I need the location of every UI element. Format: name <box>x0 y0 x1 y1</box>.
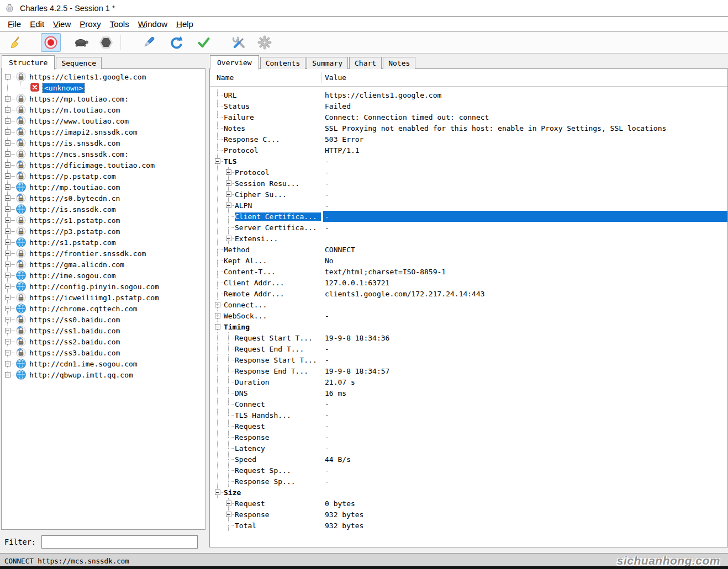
tree-item[interactable]: https://ss0.baidu.com <box>2 314 205 325</box>
expand-toggle[interactable] <box>5 262 10 267</box>
expand-toggle[interactable] <box>5 107 10 113</box>
expand-toggle[interactable] <box>5 350 10 355</box>
expand-toggle[interactable] <box>5 284 10 289</box>
expand-toggle[interactable] <box>5 162 10 168</box>
expand-toggle[interactable] <box>226 169 231 175</box>
overview-row[interactable]: Protocol- <box>210 167 727 178</box>
overview-row[interactable]: MethodCONNECT <box>210 244 727 255</box>
overview-row[interactable]: Client Certifica...- <box>210 211 727 222</box>
overview-row[interactable]: Request0 bytes <box>210 498 727 509</box>
expand-toggle[interactable] <box>226 512 231 517</box>
expand-toggle[interactable] <box>5 129 10 135</box>
expand-toggle[interactable] <box>215 490 220 495</box>
tab-overview[interactable]: Overview <box>210 55 259 70</box>
tree-item[interactable]: http://cdn1.ime.sogou.com <box>2 358 205 369</box>
overview-row[interactable]: DNS16 ms <box>210 387 727 398</box>
refresh-button[interactable] <box>166 33 186 52</box>
tab-chart[interactable]: Chart <box>349 57 382 69</box>
overview-row[interactable]: Speed44 B/s <box>210 454 727 465</box>
tree-item[interactable]: https://imapi2.snssdk.com <box>2 126 205 137</box>
overview-row[interactable]: Response932 bytes <box>210 509 727 520</box>
expand-toggle[interactable] <box>5 206 10 212</box>
tree-item[interactable]: http://mp.toutiao.com <box>2 182 205 193</box>
tab-sequence[interactable]: Sequence <box>56 57 102 69</box>
expand-toggle[interactable] <box>5 251 10 256</box>
overview-row[interactable]: Server Certifica...- <box>210 222 727 233</box>
expand-toggle[interactable] <box>5 328 10 333</box>
expand-toggle[interactable] <box>5 173 10 179</box>
expand-toggle[interactable] <box>5 96 10 102</box>
record-button[interactable] <box>41 33 61 52</box>
overview-row[interactable]: Latency- <box>210 443 727 454</box>
overview-row[interactable]: Request End T...- <box>210 343 727 354</box>
expand-toggle[interactable] <box>226 236 231 241</box>
overview-row[interactable]: URLhttps://clients1.google.com <box>210 89 727 100</box>
expand-toggle[interactable] <box>5 217 10 223</box>
tree-item[interactable]: https://s0.bytecdn.cn <box>2 193 205 204</box>
turtle-button[interactable] <box>72 33 92 52</box>
tree-item[interactable]: http://s1.pstatp.com <box>2 237 205 248</box>
host-tree[interactable]: https://clients1.google.com<unknown>http… <box>1 68 205 530</box>
menu-file[interactable]: File <box>8 19 21 29</box>
expand-toggle[interactable] <box>226 192 231 197</box>
tree-item[interactable]: https://mp.toutiao.com: <box>2 93 205 104</box>
overview-row[interactable]: WebSock...- <box>210 310 727 321</box>
pen-button[interactable] <box>139 33 159 52</box>
overview-row[interactable]: Size <box>210 487 727 498</box>
overview-row[interactable]: Duration21.07 s <box>210 376 727 387</box>
tree-item[interactable]: https://frontier.snssdk.com <box>2 248 205 259</box>
expand-toggle[interactable] <box>5 228 10 234</box>
overview-row[interactable]: FailureConnect: Connection timed out: co… <box>210 111 727 123</box>
tree-item[interactable]: https://ss3.baidu.com <box>2 347 205 358</box>
tree-item[interactable]: https://www.toutiao.com <box>2 115 205 126</box>
tree-item[interactable]: http://config.pinyin.sogou.com <box>2 281 205 292</box>
overview-row[interactable]: NotesSSL Proxying not enabled for this h… <box>210 123 727 134</box>
tree-item[interactable]: https://ss2.baidu.com <box>2 336 205 347</box>
menu-tools[interactable]: Tools <box>110 19 129 29</box>
overview-row[interactable]: Kept Al...No <box>210 255 727 266</box>
expand-toggle[interactable] <box>5 317 10 322</box>
menu-proxy[interactable]: Proxy <box>80 19 101 29</box>
overview-row[interactable]: Response Sp...- <box>210 476 727 487</box>
expand-toggle[interactable] <box>5 273 10 278</box>
menu-edit[interactable]: Edit <box>30 19 44 29</box>
tree-item[interactable]: https://mcs.snssdk.com: <box>2 148 205 159</box>
expand-toggle[interactable] <box>5 240 10 245</box>
expand-toggle[interactable] <box>5 74 10 79</box>
tree-item[interactable]: https://gma.alicdn.com <box>2 259 205 270</box>
overview-row[interactable]: Response End T...19-9-8 18:34:57 <box>210 365 727 376</box>
overview-row[interactable]: Content-T...text/html;charset=ISO-8859-1 <box>210 266 727 277</box>
tree-item[interactable]: https://dficimage.toutiao.com <box>2 159 205 171</box>
column-header-value[interactable]: Value <box>321 73 346 82</box>
menu-window[interactable]: Window <box>138 19 167 29</box>
overview-row[interactable]: Response C...503 Error <box>210 134 727 145</box>
broom-button[interactable] <box>7 33 27 52</box>
overview-row[interactable]: Response- <box>210 432 727 443</box>
overview-row[interactable]: TLS- <box>210 156 727 167</box>
tree-item[interactable]: https://p3.pstatp.com <box>2 226 205 237</box>
overview-row[interactable]: Cipher Su...- <box>210 189 727 200</box>
tree-item[interactable]: http://qbwup.imtt.qq.com <box>2 369 205 380</box>
expand-toggle[interactable] <box>226 180 231 186</box>
menu-view[interactable]: View <box>53 19 71 29</box>
overview-row[interactable]: ProtocolHTTP/1.1 <box>210 145 727 156</box>
tools-button[interactable] <box>229 33 249 52</box>
tree-item[interactable]: https://clients1.google.com <box>2 71 205 82</box>
overview-row[interactable]: Session Resu...- <box>210 178 727 189</box>
column-header-name[interactable]: Name <box>210 73 321 82</box>
overview-row[interactable]: TLS Handsh...- <box>210 410 727 421</box>
tree-item[interactable]: https://is.snssdk.com <box>2 137 205 148</box>
expand-toggle[interactable] <box>215 302 220 307</box>
overview-row[interactable]: Client Addr...127.0.0.1:63721 <box>210 277 727 288</box>
tree-item[interactable]: http://is.snssdk.com <box>2 204 205 215</box>
tab-structure[interactable]: Structure <box>2 55 55 70</box>
overview-row[interactable]: Timing <box>210 321 727 332</box>
tab-summary[interactable]: Summary <box>307 57 348 69</box>
expand-toggle[interactable] <box>5 151 10 157</box>
tree-item[interactable]: https://m.toutiao.com <box>2 104 205 115</box>
overview-row[interactable]: Request Sp...- <box>210 465 727 476</box>
tree-item[interactable]: https://p.pstatp.com <box>2 171 205 182</box>
tab-contents[interactable]: Contents <box>260 57 306 69</box>
overview-row[interactable]: Connect... <box>210 299 727 310</box>
expand-toggle[interactable] <box>5 306 10 311</box>
